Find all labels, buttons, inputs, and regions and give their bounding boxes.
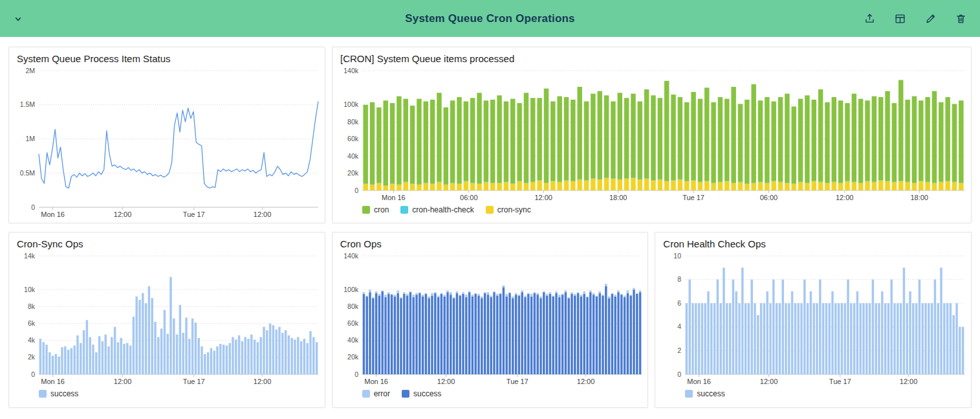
legend-item-success[interactable]: success (402, 389, 441, 398)
panel-items-processed: [CRON] System Queue items processed 020k… (332, 47, 972, 223)
svg-text:12:00: 12:00 (114, 378, 132, 385)
chart-legend: errorsuccess (332, 386, 648, 402)
share-icon (864, 12, 876, 25)
legend-label: cron-health-check (412, 205, 474, 214)
svg-text:06:00: 06:00 (460, 194, 478, 201)
dashboard-header: System Queue Cron Operations (0, 0, 980, 37)
svg-text:12:00: 12:00 (254, 210, 272, 218)
legend-item-cron[interactable]: cron (362, 205, 389, 214)
svg-text:Tue 17: Tue 17 (506, 378, 528, 385)
chevron-down-icon (12, 12, 25, 25)
chart-legend: croncron-health-checkcron-sync (332, 202, 971, 218)
svg-text:10k: 10k (24, 286, 36, 293)
row-bottom: Cron-Sync Ops 02k4k6k8k10k14kMon 1612:00… (8, 232, 972, 408)
legend-item-success[interactable]: success (685, 389, 724, 398)
share-button[interactable] (861, 10, 878, 27)
svg-text:1.5M: 1.5M (20, 100, 35, 108)
svg-text:80k: 80k (347, 302, 359, 310)
panel-title: Cron Ops (332, 232, 648, 251)
edit-button[interactable] (922, 10, 939, 27)
svg-text:2: 2 (677, 346, 681, 354)
svg-text:12:00: 12:00 (534, 194, 552, 201)
svg-text:14k: 14k (24, 252, 36, 260)
panel-cron-sync-ops: Cron-Sync Ops 02k4k6k8k10k14kMon 1612:00… (8, 232, 325, 408)
chart-legend: success (9, 386, 325, 402)
legend-swatch (362, 390, 370, 398)
svg-text:12:00: 12:00 (254, 378, 272, 385)
trash-icon (955, 12, 967, 25)
svg-text:Tue 17: Tue 17 (183, 378, 205, 385)
svg-text:0.5M: 0.5M (20, 169, 35, 177)
bar-chart-canvas[interactable]: 020k40k60k80k100k140kMon 1612:00Tue 1712… (332, 251, 648, 386)
svg-text:Tue 17: Tue 17 (682, 194, 704, 201)
legend-swatch (486, 206, 494, 214)
svg-text:60k: 60k (347, 135, 359, 142)
svg-text:8k: 8k (28, 302, 36, 310)
svg-text:12:00: 12:00 (114, 210, 132, 218)
legend-item-cron-sync[interactable]: cron-sync (486, 205, 531, 214)
row-top: System Queue Process Item Status 00.5M1M… (8, 47, 972, 223)
legend-swatch (400, 206, 408, 214)
svg-text:12:00: 12:00 (836, 194, 854, 201)
svg-text:0: 0 (354, 187, 358, 194)
svg-text:0: 0 (31, 203, 35, 211)
legend-item-cron-health-check[interactable]: cron-health-check (400, 205, 474, 214)
legend-swatch (402, 390, 409, 398)
delete-button[interactable] (952, 10, 970, 27)
svg-text:18:00: 18:00 (609, 194, 627, 201)
svg-text:Mon 16: Mon 16 (41, 378, 65, 385)
stacked-bar-chart-canvas[interactable]: 020k40k60k80k100k140kMon 1606:0012:0018:… (332, 66, 971, 202)
svg-text:100k: 100k (343, 286, 359, 293)
svg-text:Mon 16: Mon 16 (688, 378, 712, 385)
svg-text:4: 4 (677, 323, 681, 330)
svg-text:1M: 1M (25, 135, 35, 142)
bar-chart-canvas[interactable]: 0246810Mon 1612:00Tue 1712:00 (655, 251, 971, 386)
panel-title: [CRON] System Queue items processed (332, 47, 971, 66)
svg-text:12:00: 12:00 (576, 378, 594, 385)
svg-text:10: 10 (674, 252, 682, 260)
panel-title: Cron-Sync Ops (9, 232, 325, 251)
legend-item-success[interactable]: success (39, 389, 78, 398)
svg-text:20k: 20k (347, 353, 359, 361)
svg-text:100k: 100k (343, 100, 359, 108)
svg-text:20k: 20k (347, 169, 359, 177)
svg-text:4k: 4k (28, 336, 36, 344)
svg-text:6k: 6k (28, 319, 36, 327)
dashboard-title: System Queue Cron Operations (405, 12, 575, 25)
svg-text:18:00: 18:00 (910, 194, 928, 201)
legend-label: success (50, 389, 78, 398)
svg-text:Tue 17: Tue 17 (829, 378, 851, 385)
legend-label: success (413, 389, 441, 398)
svg-text:Mon 16: Mon 16 (41, 210, 65, 218)
svg-text:12:00: 12:00 (900, 378, 918, 385)
svg-text:Mon 16: Mon 16 (382, 194, 406, 201)
svg-text:140k: 140k (343, 252, 359, 260)
legend-label: success (697, 389, 724, 398)
header-actions (861, 10, 970, 27)
svg-text:0: 0 (31, 370, 35, 378)
legend-swatch (39, 390, 47, 398)
svg-text:40k: 40k (347, 336, 359, 344)
legend-label: cron-sync (497, 205, 531, 214)
svg-text:06:00: 06:00 (760, 194, 778, 201)
collapse-button[interactable] (9, 10, 27, 28)
legend-label: cron (374, 205, 389, 214)
svg-text:8: 8 (677, 275, 681, 283)
svg-text:140k: 140k (343, 67, 359, 74)
svg-text:0: 0 (354, 370, 358, 378)
svg-text:60k: 60k (347, 319, 359, 327)
dashboard-body: System Queue Process Item Status 00.5M1M… (0, 37, 980, 416)
svg-text:0: 0 (677, 370, 681, 378)
panel-cron-ops: Cron Ops 020k40k60k80k100k140kMon 1612:0… (332, 232, 649, 408)
svg-text:Mon 16: Mon 16 (364, 378, 388, 385)
legend-item-error[interactable]: error (362, 389, 390, 398)
report-button[interactable] (891, 10, 909, 27)
chart-legend: success (655, 386, 971, 402)
bar-chart-canvas[interactable]: 02k4k6k8k10k14kMon 1612:00Tue 1712:00 (9, 251, 325, 386)
panel-cron-health-check-ops: Cron Health Check Ops 0246810Mon 1612:00… (655, 232, 972, 408)
legend-swatch (685, 390, 693, 398)
svg-text:12:00: 12:00 (760, 378, 778, 385)
line-chart-canvas[interactable]: 00.5M1M1.5M2MMon 1612:00Tue 1712:00 (9, 66, 325, 219)
svg-text:2k: 2k (28, 353, 36, 361)
svg-text:80k: 80k (347, 118, 359, 126)
